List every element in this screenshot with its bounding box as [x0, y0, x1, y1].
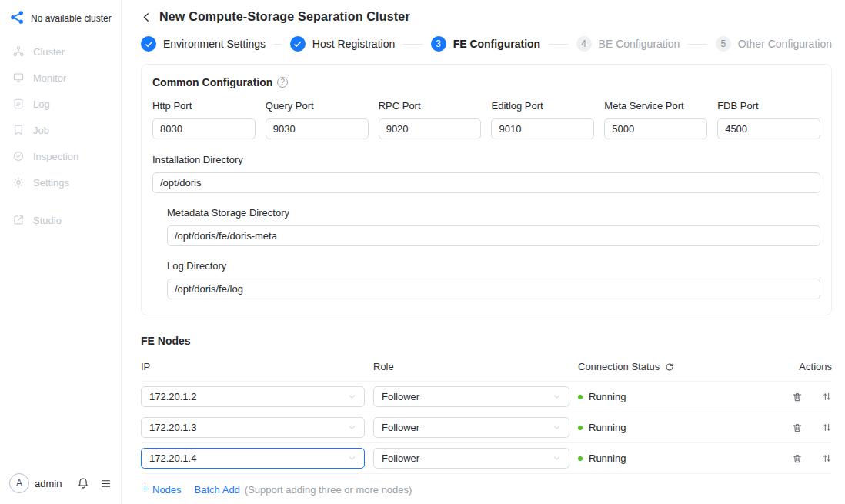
fe-directories-group: Metadata Storage Directory Log Directory	[152, 207, 820, 299]
user-avatar[interactable]: A	[9, 473, 29, 493]
fe-nodes-table-header: IP Role Connection Status Actions	[141, 357, 832, 382]
port-field: RPC Port	[379, 100, 482, 139]
installation-directory-input[interactable]	[152, 172, 820, 193]
sidebar-footer: A admin	[0, 469, 121, 495]
ip-select[interactable]: 172.20.1.2	[141, 386, 365, 407]
sidebar-item-job[interactable]: Job	[0, 117, 121, 143]
page-header: New Compute-Storage Separation Cluster	[141, 0, 832, 35]
help-icon[interactable]: ?	[277, 77, 288, 88]
rpc-port-input[interactable]	[379, 118, 482, 139]
swap-node-button[interactable]	[822, 422, 832, 433]
field-label: Editlog Port	[491, 100, 594, 112]
sidebar-item-studio[interactable]: Studio	[0, 207, 121, 233]
ip-select-value: 172.20.1.4	[149, 452, 196, 464]
step-host-registration[interactable]: Host Registration	[290, 36, 395, 52]
fe-node-row: 172.20.1.2 Follower Running	[141, 382, 832, 412]
sidebar-item-label: Settings	[33, 177, 69, 189]
step-connector	[274, 44, 282, 45]
cluster-status-text: No available cluster	[31, 13, 112, 24]
sidebar-item-label: Job	[33, 125, 49, 136]
notifications-button[interactable]	[77, 477, 89, 489]
nodes-hint: (Support adding three or more nodes)	[245, 484, 412, 496]
card-title: Common Configuration	[152, 76, 272, 88]
connection-status: Running	[578, 391, 783, 402]
sidebar-item-log[interactable]: Log	[0, 91, 121, 117]
sidebar-item-settings[interactable]: Settings	[0, 169, 121, 195]
monitor-icon	[12, 72, 25, 84]
swap-node-button[interactable]	[822, 392, 832, 402]
batch-add-button[interactable]: Batch Add	[195, 484, 240, 496]
http-port-input[interactable]	[152, 118, 256, 139]
app-window: No available cluster Cluster Monitor Log	[0, 0, 845, 504]
sidebar-item-label: Monitor	[33, 72, 66, 84]
back-button[interactable]	[141, 12, 152, 23]
field-label: Query Port	[266, 100, 369, 112]
delete-node-button[interactable]	[792, 453, 803, 464]
sidebar-item-label: Log	[33, 98, 50, 110]
chevron-down-icon	[348, 392, 356, 401]
status-text: Running	[589, 452, 626, 464]
role-select[interactable]: Follower	[373, 417, 569, 438]
editlog-port-input[interactable]	[491, 118, 594, 139]
sidebar-item-inspection[interactable]: Inspection	[0, 143, 121, 169]
app-logo-icon	[9, 9, 25, 28]
step-number: 3	[431, 36, 446, 52]
field-label: Metadata Storage Directory	[167, 207, 820, 219]
step-check-icon	[141, 36, 156, 52]
delete-node-button[interactable]	[792, 422, 803, 433]
card-title-row: Common Configuration ?	[152, 76, 820, 88]
gear-icon	[12, 176, 25, 189]
sidebar-item-cluster[interactable]: Cluster	[0, 38, 121, 65]
field-label: FDB Port	[717, 100, 820, 112]
log-directory-input[interactable]	[167, 279, 820, 299]
swap-node-button[interactable]	[822, 453, 832, 464]
sidebar: No available cluster Cluster Monitor Log	[0, 0, 122, 504]
page-title: New Compute-Storage Separation Cluster	[159, 10, 410, 24]
status-dot	[578, 456, 583, 461]
chevron-down-icon	[553, 423, 561, 432]
ip-select[interactable]: 172.20.1.4	[141, 448, 365, 469]
step-be-configuration[interactable]: 4 BE Configuration	[576, 36, 680, 52]
step-number: 5	[716, 36, 731, 52]
fe-nodes-title: FE Nodes	[141, 335, 832, 347]
field-label: Installation Directory	[152, 154, 820, 165]
role-select[interactable]: Follower	[373, 448, 569, 469]
chevron-down-icon	[348, 454, 356, 462]
query-port-input[interactable]	[266, 118, 369, 139]
port-field: Meta Service Port	[604, 100, 707, 139]
nodes-footer: Nodes Batch Add (Support adding three or…	[141, 484, 832, 496]
step-fe-configuration[interactable]: 3 FE Configuration	[431, 36, 541, 52]
step-label: Host Registration	[312, 38, 395, 50]
role-select-value: Follower	[382, 422, 419, 433]
step-number: 4	[576, 36, 592, 52]
fdb-port-input[interactable]	[717, 118, 820, 139]
step-environment-settings[interactable]: Environment Settings	[141, 36, 266, 52]
log-icon	[12, 98, 25, 110]
role-select-value: Follower	[382, 391, 419, 402]
add-nodes-button[interactable]: Nodes	[141, 484, 182, 496]
refresh-status-icon[interactable]	[665, 362, 674, 372]
ip-select[interactable]: 172.20.1.3	[141, 417, 365, 438]
sidebar-item-monitor[interactable]: Monitor	[0, 65, 121, 91]
row-actions	[792, 392, 832, 402]
field-label: RPC Port	[379, 100, 482, 112]
status-dot	[578, 426, 583, 430]
inspection-icon	[12, 150, 25, 162]
installation-directory-field: Installation Directory	[152, 154, 820, 193]
collapse-menu-button[interactable]	[100, 478, 112, 489]
job-icon	[12, 124, 25, 136]
role-select[interactable]: Follower	[373, 386, 569, 407]
step-other-configuration[interactable]: 5 Other Configuration	[716, 36, 832, 52]
sidebar-nav: Cluster Monitor Log Job	[0, 38, 121, 233]
delete-node-button[interactable]	[792, 392, 803, 402]
studio-external-link-icon	[12, 214, 25, 226]
row-actions	[792, 422, 832, 433]
fe-node-row: 172.20.1.3 Follower Running	[141, 412, 832, 443]
role-select-value: Follower	[382, 452, 419, 464]
cluster-selector[interactable]: No available cluster	[0, 8, 121, 38]
step-connector	[688, 44, 706, 45]
ports-grid: Http Port Query Port RPC Port Editlog Po…	[152, 100, 820, 139]
meta-service-port-input[interactable]	[604, 118, 707, 139]
common-configuration-card: Common Configuration ? Http Port Query P…	[141, 64, 832, 315]
metadata-storage-directory-input[interactable]	[167, 225, 820, 246]
